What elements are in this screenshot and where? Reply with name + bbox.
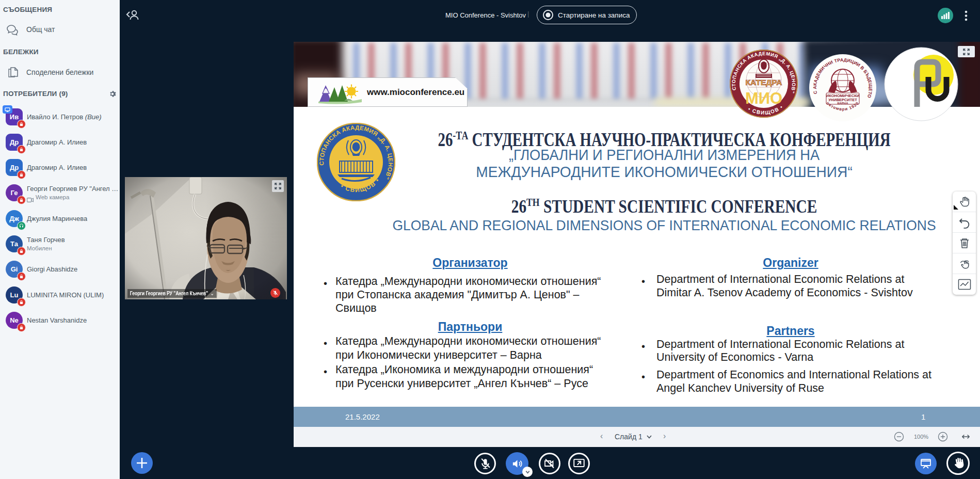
svg-text:ВАРНА: ВАРНА [837,102,848,105]
svg-text:КАТЕДРА: КАТЕДРА [746,78,782,87]
svg-text:МИО: МИО [745,89,782,107]
